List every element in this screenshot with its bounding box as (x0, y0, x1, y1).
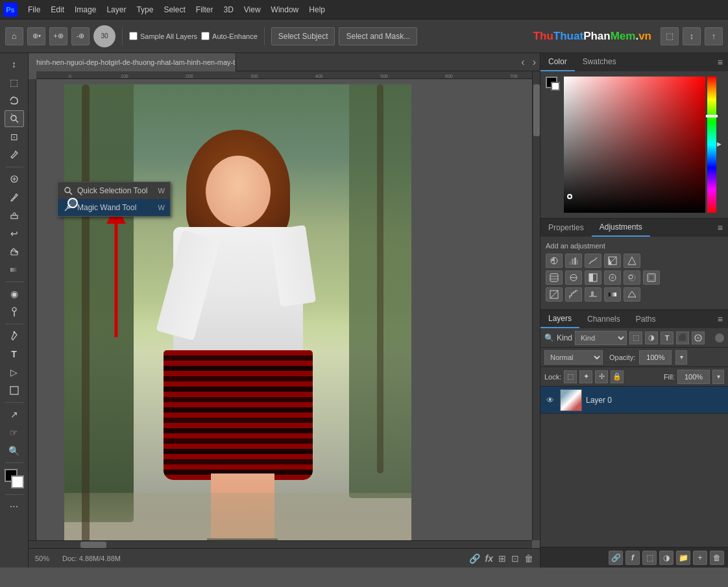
adjustments-tab[interactable]: Adjustments (592, 219, 650, 237)
color-balance-btn[interactable] (565, 270, 582, 285)
brush-tool-btn[interactable] (5, 189, 24, 206)
auto-enhance-checkbox[interactable]: Auto-Enhance (201, 32, 258, 40)
tab-scroll-left[interactable]: ‹ (517, 56, 528, 68)
horizontal-scrollbar[interactable] (29, 540, 532, 548)
sample-all-layers-checkbox[interactable]: Sample All Layers (129, 32, 197, 40)
quick-selection-tool-option[interactable]: Quick Selection Tool W (58, 182, 170, 199)
menu-file[interactable]: File (23, 0, 45, 19)
home-button[interactable]: ⌂ (5, 27, 23, 45)
exposure-btn[interactable] (604, 254, 621, 268)
filter-adjust-icon[interactable]: ◑ (645, 331, 658, 344)
menu-select[interactable]: Select (158, 0, 190, 19)
tools-toggle[interactable]: ↕ (683, 27, 701, 45)
black-white-btn[interactable] (585, 270, 601, 285)
layer-visibility-btn[interactable]: 👁 (544, 394, 556, 406)
zoom-tool-btn[interactable]: 🔍 (5, 442, 24, 459)
history-brush-btn[interactable]: ↩ (5, 225, 24, 242)
eraser-tool-btn[interactable] (5, 243, 24, 260)
menu-edit[interactable]: Edit (45, 0, 69, 19)
vibrance-btn[interactable] (624, 254, 640, 268)
brush-size-circle[interactable]: 30 (93, 25, 115, 47)
layers-panel-menu-btn[interactable]: ≡ (712, 314, 728, 324)
brightness-contrast-btn[interactable] (546, 254, 563, 268)
subtract-brush[interactable]: -⊕ (71, 27, 90, 45)
eyedropper-tool-btn[interactable] (5, 147, 24, 163)
opacity-input[interactable]: 100% (639, 350, 672, 365)
layer-new-btn[interactable]: + (693, 551, 707, 565)
canvas-viewport[interactable]: 0100200300400500600700 (29, 71, 540, 548)
menu-image[interactable]: Image (69, 0, 101, 19)
direct-selection-btn[interactable]: ↗ (5, 406, 24, 423)
layer-mask-btn[interactable]: ⬚ (642, 551, 657, 565)
hue-saturation-btn[interactable] (546, 270, 563, 285)
invert-btn[interactable] (546, 287, 563, 302)
layer-delete-btn[interactable]: 🗑 (710, 551, 724, 565)
layers-action-status[interactable]: ⊡ (511, 553, 519, 564)
layer-group-btn[interactable]: 📁 (676, 551, 690, 565)
selective-color-btn[interactable] (624, 287, 640, 302)
menu-3d[interactable]: 3D (218, 0, 238, 19)
color-panel-menu-btn[interactable]: ≡ (712, 57, 728, 67)
color-tab[interactable]: Color (540, 53, 575, 71)
fg-bg-swatch[interactable] (546, 77, 560, 91)
magic-wand-tool-option[interactable]: Magic Wand Tool W (58, 199, 170, 216)
posterize-btn[interactable] (565, 287, 582, 302)
fx-button[interactable]: fx (485, 553, 493, 564)
quick-selection-tool-btn[interactable] (5, 110, 24, 127)
swatches-tab[interactable]: Swatches (575, 53, 624, 71)
type-tool-btn[interactable]: T (5, 346, 24, 363)
levels-btn[interactable] (565, 254, 582, 268)
pen-tool-btn[interactable] (5, 328, 24, 344)
foreground-background-colors[interactable] (5, 469, 24, 488)
threshold-btn[interactable] (585, 287, 601, 302)
menu-view[interactable]: View (239, 0, 266, 19)
channel-mixer-btn[interactable] (624, 270, 640, 285)
color-lookup-btn[interactable] (643, 270, 660, 285)
more-tools-btn[interactable]: ··· (5, 498, 24, 515)
new-layer-status-btn[interactable]: ⊞ (498, 553, 506, 564)
healing-brush-btn[interactable] (5, 171, 24, 187)
gradient-tool-btn[interactable] (5, 261, 24, 278)
color-saturation-value-picker[interactable] (564, 77, 705, 213)
blend-mode-select[interactable]: Normal (544, 350, 603, 365)
select-subject-button[interactable]: Select Subject (271, 27, 335, 45)
hue-slider[interactable]: ▶ (707, 77, 716, 213)
path-selection-btn[interactable]: ▷ (5, 364, 24, 381)
marquee-tool-btn[interactable]: ⬚ (5, 74, 24, 91)
hand-tool-btn[interactable]: ☞ (5, 424, 24, 441)
lasso-tool-btn[interactable] (5, 92, 24, 109)
properties-tab[interactable]: Properties (540, 219, 592, 237)
vertical-scroll-thumb[interactable] (533, 84, 540, 136)
vertical-scrollbar[interactable] (532, 71, 540, 540)
layer-adj-btn[interactable]: ◑ (659, 551, 673, 565)
curves-btn[interactable] (585, 254, 601, 268)
link-button[interactable]: 🔗 (469, 553, 480, 564)
filter-smartobj-icon[interactable] (692, 331, 705, 344)
dodge-tool-btn[interactable] (5, 304, 24, 320)
lock-pixels-btn[interactable]: ⬚ (564, 370, 577, 383)
channels-tab[interactable]: Channels (579, 310, 628, 328)
move-tool-btn[interactable]: ↕ (5, 56, 24, 73)
add-brush[interactable]: +⊕ (49, 27, 67, 45)
menu-window[interactable]: Window (266, 0, 304, 19)
tab-scroll-right[interactable]: › (529, 56, 540, 68)
background-color[interactable] (11, 475, 24, 488)
opacity-stepper[interactable]: ▾ (675, 350, 687, 365)
menu-help[interactable]: Help (304, 0, 330, 19)
delete-layer-status[interactable]: 🗑 (524, 553, 533, 564)
layer-item-0[interactable]: 👁 Layer 0 (540, 387, 728, 414)
filter-type-icon[interactable]: T (661, 331, 673, 344)
layer-link-btn[interactable]: 🔗 (609, 551, 623, 565)
lock-position-btn[interactable]: ✦ (579, 370, 592, 383)
filter-shape-icon[interactable]: ⬛ (676, 331, 689, 344)
lock-artboard-btn[interactable]: ✢ (595, 370, 608, 383)
bg-color-swatch[interactable] (551, 82, 560, 91)
layers-tab[interactable]: Layers (540, 310, 579, 328)
document-tab[interactable]: hinh-nen-nguoi-dep-hotgirl-de-thuong-nha… (29, 53, 236, 71)
fill-input[interactable]: 100% (677, 370, 710, 384)
layer-fx-btn[interactable]: f (625, 551, 640, 565)
filter-pixel-icon[interactable]: ⬚ (629, 331, 642, 344)
adj-panel-menu-btn[interactable]: ≡ (712, 222, 728, 233)
share[interactable]: ↑ (705, 27, 723, 45)
shape-tool-btn[interactable] (5, 382, 24, 399)
